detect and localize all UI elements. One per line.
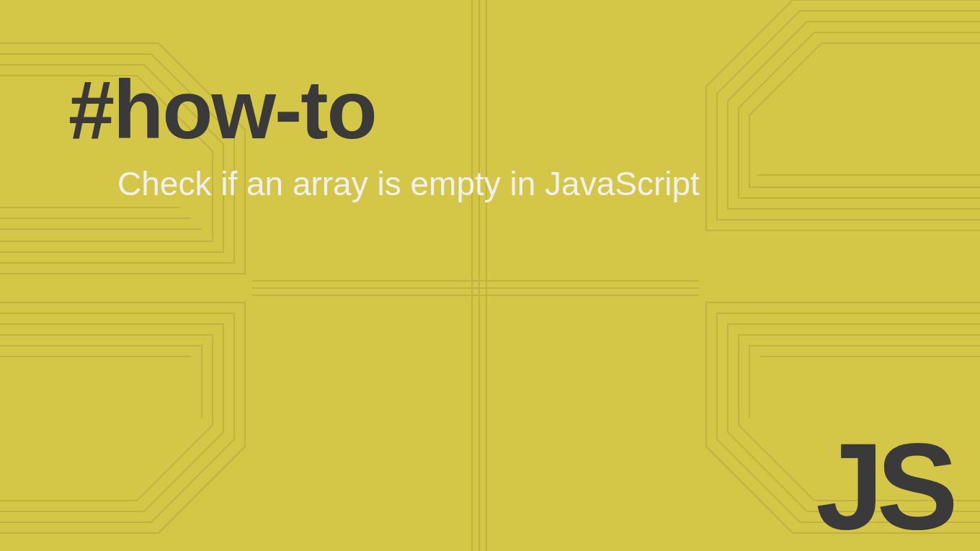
js-logo: JS [816, 425, 951, 547]
page-heading: #how-to [68, 68, 980, 151]
page-subtitle: Check if an array is empty in JavaScript [117, 164, 980, 203]
